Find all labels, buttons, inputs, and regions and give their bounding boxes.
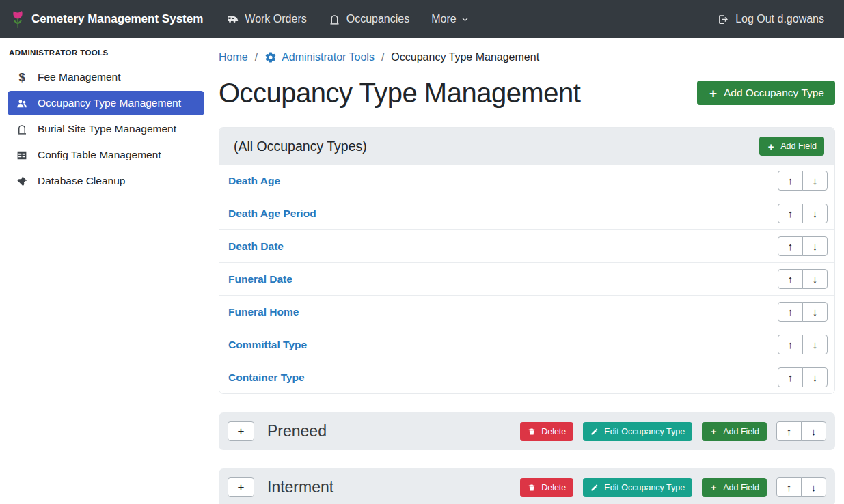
move-up-button[interactable]: ↑ xyxy=(778,367,803,387)
reorder-buttons: ↑ ↓ xyxy=(776,477,826,497)
arrow-down-icon: ↓ xyxy=(811,426,817,436)
field-link[interactable]: Container Type xyxy=(228,372,305,384)
edit-occupancy-type-button[interactable]: Edit Occupancy Type xyxy=(583,422,692,441)
move-down-button[interactable]: ↓ xyxy=(802,204,828,223)
arrow-up-icon: ↑ xyxy=(788,241,793,251)
arrow-up-icon: ↑ xyxy=(788,176,793,186)
nav-right: Log Out d.gowans xyxy=(709,8,833,31)
move-up-button[interactable]: ↑ xyxy=(778,236,803,256)
sidebar-item-burial-site-type-management[interactable]: Burial Site Type Management xyxy=(8,117,204,141)
add-field-button[interactable]: + Add Field xyxy=(702,478,767,497)
move-down-button[interactable]: ↓ xyxy=(802,269,828,289)
nav-item-more[interactable]: More xyxy=(422,8,477,31)
sidebar-item-occupancy-type-management[interactable]: Occupancy Type Management xyxy=(8,91,204,115)
field-row: Death Age ↑ ↓ xyxy=(219,165,834,197)
move-down-button[interactable]: ↓ xyxy=(801,421,826,441)
move-up-button[interactable]: ↑ xyxy=(778,204,803,223)
page-layout: ADMINISTRATOR TOOLS $ Fee Management Occ… xyxy=(0,38,844,504)
arrow-down-icon: ↓ xyxy=(813,372,818,382)
field-rows: Death Age ↑ ↓ Death Age Period ↑ ↓ Death… xyxy=(219,165,834,393)
add-field-button[interactable]: + Add Field xyxy=(702,422,767,441)
logout-label: Log Out d.gowans xyxy=(735,13,824,25)
breadcrumb-home[interactable]: Home xyxy=(219,51,248,64)
arrow-up-icon: ↑ xyxy=(788,307,793,317)
nav-item-work-orders[interactable]: Work Orders xyxy=(218,8,315,31)
table-icon xyxy=(15,150,29,161)
field-link[interactable]: Funeral Date xyxy=(228,273,292,285)
all-occupancy-types-card: (All Occupancy Types) + Add Field Death … xyxy=(219,127,835,394)
section-title: Interment xyxy=(267,478,333,496)
arrow-up-icon: ↑ xyxy=(787,426,792,436)
gear-icon xyxy=(264,51,277,64)
plus-icon: + xyxy=(708,88,718,98)
reorder-buttons: ↑ ↓ xyxy=(778,335,828,354)
move-down-button[interactable]: ↓ xyxy=(802,367,828,387)
plus-icon: + xyxy=(767,142,775,150)
trash-icon xyxy=(528,484,536,492)
plus-icon: + xyxy=(709,484,718,492)
move-up-button[interactable]: ↑ xyxy=(778,171,803,191)
occupancy-type-sections: + Preneed Delete Edit Occupancy Type + A… xyxy=(219,412,835,504)
move-up-button[interactable]: ↑ xyxy=(778,302,803,322)
tombstone-icon xyxy=(15,124,29,135)
occupancy-type-section-interment: + Interment Delete Edit Occupancy Type +… xyxy=(219,468,835,504)
page-title: Occupancy Type Management xyxy=(219,76,580,109)
move-down-button[interactable]: ↓ xyxy=(802,171,828,191)
field-link[interactable]: Committal Type xyxy=(228,339,307,351)
field-link[interactable]: Death Date xyxy=(228,240,284,253)
nav-item-occupancies[interactable]: Occupancies xyxy=(320,8,419,31)
add-occupancy-type-button[interactable]: + Add Occupancy Type xyxy=(697,81,835,105)
reorder-buttons: ↑ ↓ xyxy=(778,171,828,191)
trash-icon xyxy=(528,428,536,436)
field-row: Container Type ↑ ↓ xyxy=(219,361,834,393)
arrow-down-icon: ↓ xyxy=(813,274,818,284)
breadcrumb-separator: / xyxy=(255,51,258,64)
logout-icon xyxy=(718,14,729,25)
logout-link[interactable]: Log Out d.gowans xyxy=(709,8,833,31)
expand-button[interactable]: + xyxy=(228,421,254,441)
add-field-button[interactable]: + Add Field xyxy=(759,137,824,156)
field-link[interactable]: Funeral Home xyxy=(228,306,299,318)
expand-button[interactable]: + xyxy=(228,477,254,497)
move-down-button[interactable]: ↓ xyxy=(802,302,828,322)
occupancy-type-section-preneed: + Preneed Delete Edit Occupancy Type + A… xyxy=(219,412,835,450)
app-brand[interactable]: Cemetery Management System xyxy=(11,10,203,29)
sidebar: ADMINISTRATOR TOOLS $ Fee Management Occ… xyxy=(0,38,212,504)
delete-button[interactable]: Delete xyxy=(520,478,573,497)
delete-button[interactable]: Delete xyxy=(520,422,573,441)
arrow-down-icon: ↓ xyxy=(813,176,818,186)
move-up-button[interactable]: ↑ xyxy=(776,421,802,441)
arrow-up-icon: ↑ xyxy=(788,339,793,350)
move-up-button[interactable]: ↑ xyxy=(778,269,803,289)
edit-occupancy-type-button[interactable]: Edit Occupancy Type xyxy=(583,478,692,497)
breadcrumb: Home / Administrator Tools / Occupancy T… xyxy=(219,50,835,65)
card-header: (All Occupancy Types) + Add Field xyxy=(219,128,834,165)
sidebar-item-database-cleanup[interactable]: Database Cleanup xyxy=(8,169,204,193)
arrow-down-icon: ↓ xyxy=(811,482,817,492)
move-up-button[interactable]: ↑ xyxy=(776,477,802,497)
pencil-icon xyxy=(590,428,599,436)
field-row: Death Age Period ↑ ↓ xyxy=(219,197,834,230)
field-row: Committal Type ↑ ↓ xyxy=(219,328,834,361)
arrow-up-icon: ↑ xyxy=(788,372,793,382)
field-row: Funeral Date ↑ ↓ xyxy=(219,263,834,296)
move-down-button[interactable]: ↓ xyxy=(802,236,828,256)
breadcrumb-current: Occupancy Type Management xyxy=(391,51,539,64)
field-link[interactable]: Death Age xyxy=(228,175,280,187)
move-down-button[interactable]: ↓ xyxy=(802,335,828,354)
field-link[interactable]: Death Age Period xyxy=(228,208,316,220)
sidebar-item-fee-management[interactable]: $ Fee Management xyxy=(8,65,204,89)
reorder-buttons: ↑ ↓ xyxy=(778,302,828,322)
move-up-button[interactable]: ↑ xyxy=(778,335,803,354)
arrow-down-icon: ↓ xyxy=(813,241,818,251)
arrow-up-icon: ↑ xyxy=(787,482,792,492)
section-title: Preneed xyxy=(267,422,327,440)
nav-links: Work Orders Occupancies More xyxy=(218,8,477,31)
reorder-buttons: ↑ ↓ xyxy=(778,269,828,289)
move-down-button[interactable]: ↓ xyxy=(801,477,826,497)
field-row: Funeral Home ↑ ↓ xyxy=(219,296,834,328)
chevron-down-icon xyxy=(461,16,469,24)
breadcrumb-administrator-tools[interactable]: Administrator Tools xyxy=(264,51,375,64)
reorder-buttons: ↑ ↓ xyxy=(778,236,828,256)
sidebar-item-config-table-management[interactable]: Config Table Management xyxy=(8,143,204,167)
